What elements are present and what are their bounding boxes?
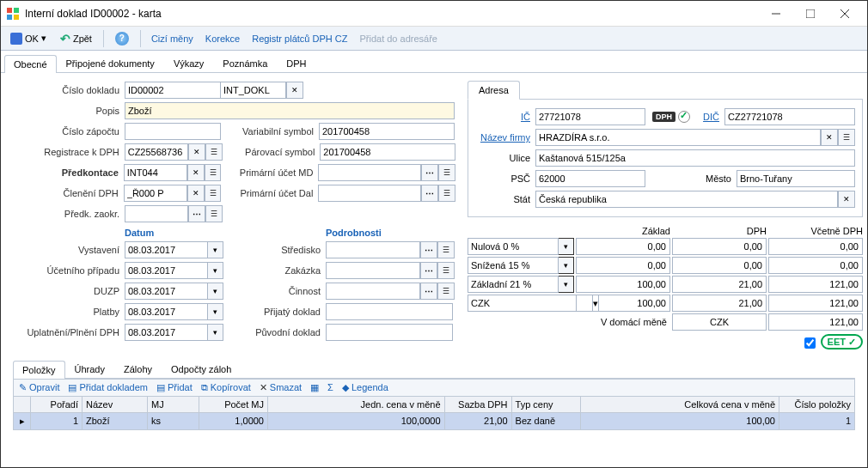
currency-select[interactable] [468,295,593,312]
link-registr-dph[interactable]: Registr plátců DPH CZ [247,31,352,46]
tab-polozky[interactable]: Položky [13,361,65,379]
clear-stat-button[interactable] [838,191,855,208]
btn-kopirovat[interactable]: ⧉Kopírovat [201,382,251,393]
clear-cleneni-button[interactable] [187,185,205,202]
col-typ[interactable]: Typ ceny [511,396,580,412]
input-nazev[interactable] [535,129,821,146]
list-zaokr-button[interactable] [205,205,223,222]
link-ic[interactable]: IČ [475,112,535,122]
list-prim-md-button[interactable] [438,164,455,181]
btn-pridat[interactable]: ▤Přidat [156,382,193,393]
input-parovaci[interactable] [320,143,455,161]
tab-pripojene[interactable]: Připojené dokumenty [57,54,164,72]
tab-obecne[interactable]: Obecné [4,55,57,73]
list-zakazka-button[interactable] [437,262,455,279]
clear-predkontace-button[interactable] [187,164,205,181]
link-nazev[interactable]: Název firmy [475,132,535,143]
input-cislo-zapoctu[interactable] [125,123,221,140]
col-poradi[interactable]: Pořadí [31,396,83,412]
link-cizi-meny[interactable]: Cizí měny [146,31,199,46]
col-pocet[interactable]: Počet MJ [199,396,268,412]
help-button[interactable]: ? [109,28,135,49]
vat-rate-select[interactable]: Nulová 0 % [468,238,574,255]
btn-opravit[interactable]: ✎Opravit [19,382,59,393]
list-predkontace-button[interactable] [205,164,222,181]
doc-type-field[interactable] [221,82,286,99]
sum-icon[interactable]: Σ [327,382,333,392]
input-dic[interactable] [724,108,855,125]
input-stat[interactable] [535,191,838,208]
link-dic[interactable]: DIČ [697,112,724,122]
pick-stredisko-button[interactable] [420,241,437,258]
pick-zakazka-button[interactable] [420,262,437,279]
input-prim-dal[interactable] [318,185,421,202]
list-prim-dal-button[interactable] [438,185,455,202]
back-button[interactable]: ↶ Zpět [54,28,98,49]
col-celkova[interactable]: Celková cena v měně [580,396,779,412]
btn-legenda[interactable]: ◆Legenda [342,382,388,393]
input-prijaty[interactable] [326,303,453,320]
table-row[interactable]: ▸ 1 Zboží ks 1,0000 100,0000 21,00 Bez d… [14,412,855,429]
list-nazev-button[interactable] [838,129,855,146]
tab-vykazy[interactable]: Výkazy [164,54,213,72]
date-ucet-pripadu[interactable] [125,262,223,279]
minimize-button[interactable] [759,2,793,26]
clear-nazev-button[interactable] [821,129,838,146]
input-prim-md[interactable] [318,164,421,181]
pick-cinnost-button[interactable] [420,283,437,300]
pick-prim-md-button[interactable] [421,164,438,181]
input-cinnost[interactable] [326,283,420,300]
input-zakazka[interactable] [326,262,420,279]
input-cleneni[interactable] [124,185,187,202]
input-ic[interactable] [535,108,645,125]
tab-dph[interactable]: DPH [277,54,315,72]
input-registrace[interactable] [125,143,188,161]
input-ulice[interactable] [535,149,855,167]
input-popis[interactable] [125,102,455,119]
vat-rate-select[interactable]: Snížená 15 % [468,257,574,274]
tab-zalohy[interactable]: Zálohy [114,360,162,378]
maximize-button[interactable] [793,2,828,26]
list-stredisko-button[interactable] [437,241,455,258]
input-psc[interactable] [535,170,645,187]
input-predk-zaokr[interactable] [125,205,188,222]
pick-prim-dal-button[interactable] [421,185,438,202]
input-puvodni[interactable] [326,324,453,341]
tab-uhrady[interactable]: Úhrady [65,360,114,378]
pick-zaokr-button[interactable] [188,205,205,222]
input-mesto[interactable] [737,170,855,187]
input-stredisko[interactable] [326,241,420,258]
btn-smazat[interactable]: ✕Smazat [260,382,302,393]
close-button[interactable] [828,2,862,26]
date-vystaveni[interactable] [125,241,223,258]
excel-icon[interactable]: ▦ [310,382,319,393]
col-cislo[interactable]: Číslo položky [779,396,855,412]
link-korekce[interactable]: Korekce [200,31,245,46]
btn-pridat-dokladem[interactable]: ▤Přidat dokladem [68,382,148,393]
vat-rate-select[interactable]: Základní 21 % [468,276,574,293]
input-var-symbol[interactable] [319,123,455,140]
col-sazba[interactable]: Sazba DPH [444,396,511,412]
chevron-down-icon[interactable] [559,276,574,293]
list-cleneni-button[interactable] [205,185,222,202]
col-nazev[interactable]: Název [83,396,148,412]
date-duzp[interactable] [125,283,223,300]
date-uplatneni[interactable] [125,324,223,341]
input-cislo-dokladu[interactable] [125,82,221,99]
chevron-down-icon[interactable] [559,238,574,255]
col-jedn[interactable]: Jedn. cena v měně [268,396,445,412]
list-registrace-button[interactable] [205,143,223,161]
ok-button[interactable]: OK ▾ [4,29,52,48]
col-mj[interactable]: MJ [148,396,199,412]
input-predkontace[interactable] [124,164,187,181]
eet-checkbox[interactable] [804,337,816,349]
items-grid[interactable]: Pořadí Název MJ Počet MJ Jedn. cena v mě… [13,396,855,430]
clear-doc-type-button[interactable] [286,82,303,99]
tab-adresa[interactable]: Adresa [468,81,520,100]
clear-registrace-button[interactable] [188,143,205,161]
list-cinnost-button[interactable] [437,283,455,300]
date-platby[interactable] [125,303,223,320]
tab-poznamka[interactable]: Poznámka [213,54,277,72]
tab-odpocty[interactable]: Odpočty záloh [162,360,241,378]
chevron-down-icon[interactable] [559,257,574,274]
